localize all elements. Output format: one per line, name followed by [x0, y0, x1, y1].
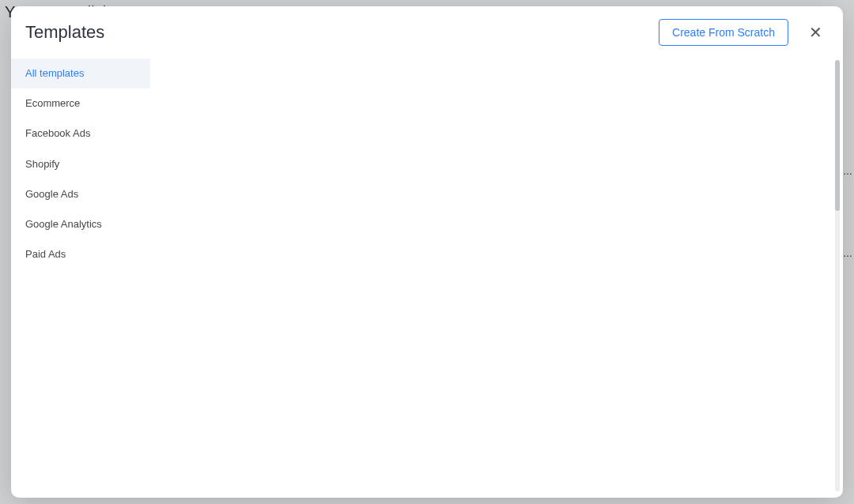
sidebar: All templatesEcommerceFacebook AdsShopif… — [11, 54, 150, 498]
sidebar-item-google-analytics[interactable]: Google Analytics — [11, 209, 150, 239]
close-icon[interactable]: ✕ — [803, 20, 829, 45]
create-from-scratch-button[interactable]: Create From Scratch — [659, 19, 788, 46]
modal-header: Templates Create From Scratch ✕ — [11, 6, 843, 54]
sidebar-item-ecommerce[interactable]: Ecommerce — [11, 88, 150, 118]
sidebar-item-paid-ads[interactable]: Paid Ads — [11, 239, 150, 269]
scrollbar[interactable] — [835, 60, 840, 491]
scrollbar-thumb[interactable] — [835, 60, 840, 211]
sidebar-item-all-templates[interactable]: All templates — [11, 58, 150, 88]
sidebar-item-shopify[interactable]: Shopify — [11, 149, 150, 179]
modal-title: Templates — [25, 22, 104, 43]
templates-modal: Templates Create From Scratch ✕ All temp… — [11, 6, 843, 498]
sidebar-item-google-ads[interactable]: Google Ads — [11, 179, 150, 209]
sidebar-item-facebook-ads[interactable]: Facebook Ads — [11, 118, 150, 149]
templates-grid-container — [150, 54, 843, 498]
